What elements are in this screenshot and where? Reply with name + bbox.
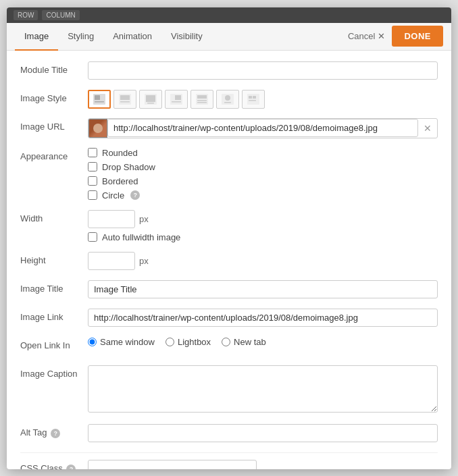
done-button[interactable]: DONE <box>392 26 443 47</box>
thumb-face <box>93 124 103 133</box>
open-link-lightbox[interactable]: Lightbox <box>166 337 211 347</box>
rounded-checkbox[interactable] <box>88 148 97 157</box>
module-title-label: Module Title <box>20 61 88 75</box>
tab-actions: Cancel ✕ DONE <box>348 26 443 47</box>
same-window-label: Same window <box>100 337 155 347</box>
image-title-input[interactable] <box>88 280 438 298</box>
top-bar: ROW COLUMN <box>7 7 451 23</box>
circle-checkbox[interactable] <box>88 190 97 200</box>
image-link-label: Image Link <box>20 309 88 322</box>
appearance-bordered[interactable]: Bordered <box>88 176 438 186</box>
svg-rect-10 <box>175 95 181 100</box>
drop-shadow-checkbox[interactable] <box>88 162 97 171</box>
drop-shadow-label: Drop Shadow <box>102 162 155 172</box>
css-class-input[interactable] <box>88 460 257 469</box>
style-btn-3[interactable] <box>139 90 162 109</box>
lightbox-radio[interactable] <box>166 338 174 346</box>
style-btn-4[interactable] <box>165 90 188 109</box>
tab-animation[interactable]: Animation <box>103 23 161 51</box>
style-btn-5[interactable] <box>190 90 213 109</box>
svg-rect-13 <box>197 95 207 99</box>
image-url-row: Image URL ✕ <box>20 118 438 138</box>
image-title-control <box>88 280 438 298</box>
tab-visibility[interactable]: Visibility <box>161 23 212 51</box>
auto-fullwidth-label[interactable]: Auto fullwidth image <box>88 232 438 242</box>
module-title-row: Module Title <box>20 61 438 80</box>
appearance-control: Rounded Drop Shadow Bordered Circle ? <box>88 148 438 201</box>
svg-rect-8 <box>147 103 154 104</box>
svg-rect-2 <box>95 101 104 103</box>
image-style-row: Image Style <box>20 90 438 109</box>
new-tab-label: New tab <box>234 337 266 347</box>
module-title-input[interactable] <box>88 61 438 80</box>
tab-image[interactable]: Image <box>15 23 58 51</box>
open-link-newtab[interactable]: New tab <box>222 337 266 347</box>
appearance-row: Appearance Rounded Drop Shadow Bordered <box>20 148 438 201</box>
image-caption-label: Image Caption <box>20 365 88 379</box>
open-link-same[interactable]: Same window <box>88 337 155 347</box>
image-preview-thumb <box>88 119 107 138</box>
image-link-control <box>88 309 438 327</box>
circle-help-icon[interactable]: ? <box>130 190 140 200</box>
css-class-control <box>88 460 438 469</box>
svg-rect-20 <box>249 96 252 99</box>
svg-rect-1 <box>95 95 100 100</box>
svg-rect-4 <box>120 95 130 100</box>
image-url-control: ✕ <box>88 118 438 138</box>
alt-tag-help-icon[interactable]: ? <box>51 429 60 438</box>
css-class-help-icon[interactable]: ? <box>66 465 76 469</box>
image-style-options <box>88 90 438 109</box>
svg-rect-22 <box>249 100 256 101</box>
appearance-rounded[interactable]: Rounded <box>88 148 438 158</box>
circle-label: Circle <box>102 190 124 201</box>
open-link-options: Same window Lightbox New tab <box>88 337 438 347</box>
open-link-control: Same window Lightbox New tab <box>88 337 438 347</box>
width-input[interactable] <box>88 210 135 228</box>
same-window-radio[interactable] <box>88 338 97 346</box>
width-px-row: px <box>88 210 438 228</box>
divider <box>20 452 438 453</box>
new-tab-radio[interactable] <box>222 338 230 346</box>
modal-container: ROW COLUMN Image Styling Animation Visib… <box>7 7 451 469</box>
cancel-button[interactable]: Cancel ✕ <box>348 31 385 41</box>
style-btn-7[interactable] <box>242 90 265 109</box>
image-link-input[interactable] <box>88 309 438 327</box>
width-inner: px Auto fullwidth image <box>88 210 438 242</box>
height-control: px <box>88 252 438 270</box>
appearance-circle[interactable]: Circle ? <box>88 190 438 201</box>
bordered-label: Bordered <box>102 176 138 186</box>
alt-tag-control <box>88 424 438 442</box>
css-class-label: CSS Class ? <box>20 460 88 469</box>
width-px-label: px <box>139 214 149 224</box>
tab-styling[interactable]: Styling <box>58 23 103 51</box>
width-row: Width px Auto fullwidth image <box>20 210 438 242</box>
thumb-inner <box>89 120 107 137</box>
style-btn-1[interactable] <box>88 90 111 109</box>
module-title-control <box>88 61 438 80</box>
form-body: Module Title Image Style <box>7 51 451 469</box>
appearance-label: Appearance <box>20 148 88 161</box>
width-control: px Auto fullwidth image <box>88 210 438 242</box>
appearance-drop-shadow[interactable]: Drop Shadow <box>88 162 438 172</box>
image-caption-input[interactable] <box>88 365 438 413</box>
svg-rect-21 <box>253 96 256 99</box>
css-class-row: CSS Class ? <box>20 460 438 469</box>
height-input[interactable] <box>88 252 135 270</box>
bordered-checkbox[interactable] <box>88 176 97 186</box>
image-title-row: Image Title <box>20 280 438 299</box>
tab-bar: Image Styling Animation Visibility Cance… <box>7 23 451 51</box>
style-btn-2[interactable] <box>113 90 136 109</box>
image-title-label: Image Title <box>20 280 88 294</box>
width-label: Width <box>20 210 88 223</box>
auto-fullwidth-checkbox[interactable] <box>88 232 97 242</box>
height-label: Height <box>20 252 88 265</box>
image-url-input[interactable] <box>107 119 418 137</box>
height-px-label: px <box>139 256 149 266</box>
url-clear-icon[interactable]: ✕ <box>418 123 437 134</box>
row-badge: ROW <box>14 10 38 20</box>
style-btn-6[interactable] <box>216 90 239 109</box>
image-link-row: Image Link <box>20 309 438 327</box>
image-caption-row: Image Caption <box>20 365 438 415</box>
alt-tag-input[interactable] <box>88 424 438 442</box>
rounded-label: Rounded <box>102 148 138 158</box>
